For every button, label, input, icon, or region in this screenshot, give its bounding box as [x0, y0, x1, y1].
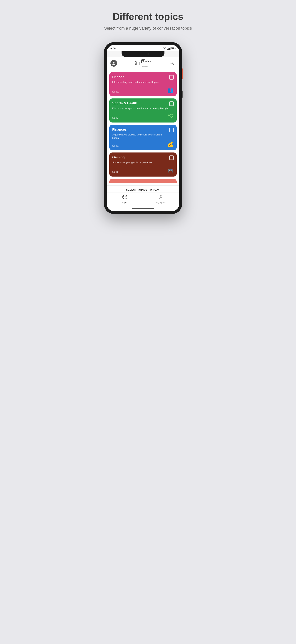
app-header: Talky games [107, 57, 179, 70]
topic-card-finances[interactable]: Finances A good way to discuss and share… [109, 125, 177, 150]
checkbox-sports[interactable] [169, 102, 174, 106]
bottom-nav: Topics My Space [107, 194, 179, 206]
checkbox-friends[interactable] [169, 75, 174, 80]
checkbox-gaming[interactable] [169, 156, 174, 160]
topic-emoji-gaming: 🎮 [167, 168, 174, 174]
topic-title-gaming: Gaming [112, 156, 152, 159]
camera-dot [148, 53, 149, 55]
home-indicator-bar [132, 208, 154, 208]
camera-notch [122, 51, 164, 57]
count-gaming: 30 [112, 170, 119, 174]
settings-button[interactable] [169, 60, 176, 66]
topic-card-gaming[interactable]: Gaming Share about your gaming experienc… [109, 152, 177, 176]
cube-icon [122, 194, 128, 201]
status-icons [163, 47, 176, 50]
svg-rect-1 [175, 48, 176, 49]
partial-card-peek [109, 179, 177, 183]
page-subtitle: Select from a huge variety of conversati… [104, 25, 192, 31]
topic-title-sports: Sports & Health [112, 102, 168, 105]
svg-point-3 [113, 62, 114, 63]
topic-title-finances: Finances [112, 128, 169, 132]
topic-card-friends[interactable]: Friends Life, travelling, food and other… [109, 72, 177, 96]
svg-marker-10 [123, 195, 127, 197]
logo-text: Talky games [141, 59, 151, 68]
app-logo: Talky games [135, 59, 151, 68]
topic-card-sports[interactable]: Sports & Health Discuss about sports, nu… [109, 98, 177, 122]
topic-desc-finances: A good way to discuss and share your fin… [112, 133, 169, 140]
svg-point-14 [160, 195, 162, 197]
phone-shell: 9:00 [104, 42, 182, 214]
page-wrapper: Different topics Select from a huge vari… [104, 11, 192, 214]
select-topics-text: SELECT TOPICS TO PLAY [107, 187, 179, 192]
page-header: Different topics Select from a huge vari… [104, 11, 192, 31]
topic-desc-gaming: Share about your gaming experience [112, 161, 152, 164]
signal-icon [167, 47, 170, 50]
nav-item-myspace[interactable]: My Space [143, 194, 179, 204]
checkbox-finances[interactable] [169, 128, 174, 132]
status-time: 9:00 [110, 47, 116, 50]
topics-list: Friends Life, travelling, food and other… [107, 70, 179, 186]
nav-label-myspace: My Space [156, 201, 166, 204]
logo-cards-icon [135, 61, 140, 66]
page-title: Different topics [104, 11, 192, 22]
avatar[interactable] [110, 60, 117, 66]
topic-title-friends: Friends [112, 75, 158, 79]
person-icon [158, 194, 164, 201]
topic-desc-sports: Discuss about sports, nutrition and a he… [112, 107, 168, 110]
status-bar: 9:00 [107, 45, 179, 51]
wifi-icon [163, 47, 166, 50]
home-indicator [107, 206, 179, 211]
svg-rect-2 [172, 47, 174, 49]
speaker [137, 54, 146, 54]
count-friends: 50 [112, 90, 119, 93]
svg-point-4 [172, 63, 173, 64]
topic-emoji-finances: 💰 [167, 141, 174, 147]
topic-desc-friends: Life, travelling, food and other casual … [112, 80, 158, 84]
nav-label-topics: Topics [122, 201, 128, 204]
count-sports: 50 [112, 116, 119, 120]
nav-item-topics[interactable]: Topics [107, 194, 143, 204]
topic-emoji-friends: 👥 [167, 87, 174, 93]
count-finances: 50 [112, 144, 119, 147]
topic-emoji-sports [168, 114, 174, 120]
bottom-bar: SELECT TOPICS TO PLAY [107, 186, 179, 206]
phone-inner: 9:00 [107, 45, 179, 211]
battery-icon [172, 47, 176, 50]
